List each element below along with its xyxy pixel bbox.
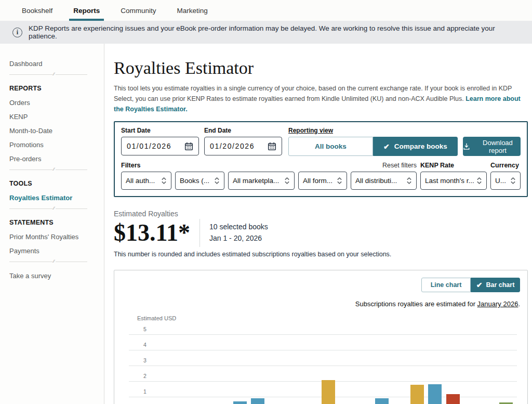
sidebar-item-promotions[interactable]: Promotions: [9, 141, 104, 148]
chart-type-toggle: Line chart ✔ Bar chart: [421, 278, 520, 292]
bar-17-jan[interactable]: [444, 335, 462, 404]
nav-tab-reports[interactable]: Reports: [63, 0, 110, 21]
reporting-view-label: Reporting view: [288, 127, 458, 134]
download-icon: [463, 142, 470, 150]
bar-08-jan[interactable]: [284, 335, 302, 404]
y-tick-label: 3: [143, 357, 147, 363]
marketplaces-filter-dropdown[interactable]: All marketpla...: [228, 172, 295, 190]
bar-11-jan[interactable]: [338, 335, 355, 404]
bar-09-jan[interactable]: [302, 335, 320, 404]
currency-label: Currency: [490, 162, 521, 169]
authors-filter-dropdown[interactable]: All auth...: [121, 172, 171, 190]
bar-18-jan[interactable]: [462, 335, 480, 404]
bar-segment-book-blue: [251, 398, 264, 404]
filter-labels-row: Filters Reset filters KENP Rate Currency: [121, 162, 521, 169]
reporting-view-toggle: All books ✔ Compare books: [288, 137, 458, 156]
sidebar-item-month-to-date[interactable]: Month-to-Date: [9, 127, 104, 134]
bar-chart-toggle-button[interactable]: ✔ Bar chart: [471, 278, 520, 292]
bar-06-jan[interactable]: [249, 335, 267, 404]
y-tick-label: 2: [143, 373, 147, 379]
bar-03-jan[interactable]: [195, 335, 213, 404]
sidebar-item-kenp[interactable]: KENP: [9, 113, 104, 120]
y-axis-title: Estimated USD: [137, 315, 517, 321]
bar-14-jan[interactable]: [391, 335, 408, 404]
titles-filter-dropdown[interactable]: Books (...: [175, 172, 224, 190]
kenp-rate-dropdown[interactable]: Last month's r...: [420, 172, 487, 190]
calendar-icon[interactable]: [184, 142, 193, 151]
sidebar-divider: ∕∕: [9, 262, 87, 262]
estimated-royalties-label: Estimated Royalties: [114, 210, 528, 218]
reporting-view-field: Reporting view All books ✔ Compare books: [288, 127, 458, 156]
bar-16-jan[interactable]: [426, 335, 444, 404]
sidebar-divider: ∕∕: [9, 170, 87, 170]
bar-13-jan[interactable]: [373, 335, 391, 404]
bar-04-jan[interactable]: [213, 335, 231, 404]
bar-19-jan[interactable]: [480, 335, 497, 404]
chevron-up-down-icon: [337, 177, 342, 185]
nav-tab-bookshelf[interactable]: Bookshelf: [11, 0, 63, 21]
bar-05-jan[interactable]: [231, 335, 249, 404]
sidebar-item-prior-months-royalties[interactable]: Prior Months' Royalties: [9, 233, 104, 240]
currency-dropdown[interactable]: U...: [490, 172, 521, 190]
sidebar-heading-statements: STATEMENTS: [9, 219, 104, 226]
end-date-input[interactable]: 01/20/2026: [204, 137, 282, 155]
subscription-month-link[interactable]: January 2026: [477, 300, 518, 308]
sidebar-heading-reports: REPORTS: [9, 85, 104, 92]
y-tick-label: 5: [143, 326, 147, 332]
formats-filter-dropdown[interactable]: All form...: [298, 172, 347, 190]
sidebar-item-orders[interactable]: Orders: [9, 99, 104, 106]
bar-02-jan[interactable]: [178, 335, 195, 404]
kdp-reports-app: Bookshelf Reports Community Marketing i …: [0, 0, 532, 404]
sidebar-item-take-a-survey[interactable]: Take a survey: [9, 272, 104, 279]
bar-segment-book-blue: [428, 384, 442, 404]
bar-chart-label: Bar chart: [486, 281, 514, 289]
sidebar-item-pre-orders[interactable]: Pre-orders: [9, 155, 104, 162]
end-date-value: 01/20/2026: [210, 142, 255, 150]
chart-card: Line chart ✔ Bar chart Subscriptions roy…: [114, 270, 528, 404]
check-icon: ✔: [476, 281, 483, 289]
nav-tab-marketing[interactable]: Marketing: [167, 0, 218, 21]
nav-tab-community[interactable]: Community: [110, 0, 166, 21]
kenp-rate-label: KENP Rate: [420, 162, 487, 169]
summary-divider: [200, 219, 200, 247]
page-description-text: This tool lets you estimate royalties in…: [114, 85, 512, 102]
chevron-up-down-icon: [406, 177, 412, 185]
chevron-up-down-icon: [510, 177, 516, 185]
top-nav: Bookshelf Reports Community Marketing: [0, 0, 532, 21]
bar-01-jan[interactable]: [160, 335, 178, 404]
content-row: Dashboard ∕∕ REPORTS Orders KENP Month-t…: [0, 44, 532, 404]
start-date-input[interactable]: 01/01/2026: [121, 137, 199, 155]
bar-20-jan[interactable]: [497, 335, 515, 404]
estimated-royalties-amount: $13.11*: [114, 221, 190, 245]
line-chart-toggle-button[interactable]: Line chart: [421, 278, 471, 292]
filter-selects-row: All auth... Books (... All marketpla... …: [121, 172, 521, 190]
filters-label: Filters: [121, 162, 171, 169]
distribution-filter-dropdown[interactable]: All distributi...: [351, 172, 417, 190]
check-icon: ✔: [383, 142, 390, 151]
compare-books-toggle-button[interactable]: ✔ Compare books: [373, 137, 458, 156]
bar-10-jan[interactable]: [320, 335, 337, 404]
estimated-royalties-summary: Estimated Royalties $13.11* 10 selected …: [114, 210, 528, 258]
sidebar-item-royalties-estimator[interactable]: Royalties Estimator: [9, 194, 104, 201]
chevron-up-down-icon: [476, 177, 482, 185]
sidebar-item-dashboard[interactable]: Dashboard: [9, 60, 104, 67]
calendar-icon[interactable]: [268, 142, 276, 151]
bar-15-jan[interactable]: [408, 335, 426, 404]
main-content: Royalties Estimator This tool lets you e…: [104, 44, 532, 404]
bar-07-jan[interactable]: [267, 335, 284, 404]
y-tick-label: 4: [143, 342, 147, 348]
reset-filters-link[interactable]: Reset filters: [351, 162, 417, 169]
all-books-toggle-button[interactable]: All books: [288, 137, 373, 156]
bar-12-jan[interactable]: [355, 335, 373, 404]
download-report-button[interactable]: Download report: [463, 137, 521, 156]
chevron-up-down-icon: [214, 177, 220, 185]
sidebar-item-payments[interactable]: Payments: [9, 247, 104, 254]
bar-segment-book-gold: [410, 385, 424, 404]
filter-panel: Start Date 01/01/2026 End Date 01/2: [114, 121, 528, 197]
selected-date-range: Jan 1 - 20, 2026: [209, 233, 268, 244]
page-title: Royalties Estimator: [114, 58, 528, 78]
active-tab-underline: [69, 19, 104, 21]
chart-plot: 012345: [129, 335, 517, 404]
bar-segment-book-blue: [233, 401, 247, 404]
page-description: This tool lets you estimate royalties in…: [114, 83, 528, 114]
